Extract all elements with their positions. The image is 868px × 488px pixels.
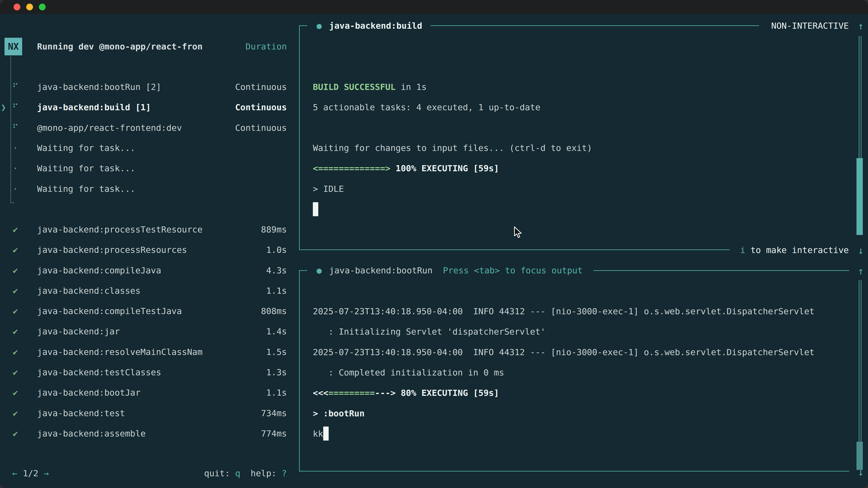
task-label: java-backend:build [1] bbox=[37, 102, 151, 112]
sidebar-item-completed[interactable]: ✔ java-backend:compileTestJava 808ms bbox=[0, 301, 287, 321]
interactive-hint-key: i bbox=[740, 245, 745, 255]
sidebar-item-completed[interactable]: ✔ java-backend:processResources 1.0s bbox=[0, 239, 287, 260]
sidebar-item-bootrun[interactable]: ⠋ java-backend:bootRun [2] Continuous bbox=[0, 76, 287, 97]
task-label: Waiting for task... bbox=[37, 184, 135, 194]
check-icon: ✔ bbox=[10, 408, 20, 418]
interactive-hint-text: to make interactive bbox=[745, 245, 849, 255]
task-duration: 4.3s bbox=[266, 265, 287, 275]
scroll-up-icon[interactable]: ↑ bbox=[856, 20, 866, 32]
task-duration: 1.5s bbox=[266, 347, 287, 357]
sidebar-item-completed[interactable]: ✔ java-backend:test 734ms bbox=[0, 403, 287, 423]
log-line: 2025-07-23T13:40:18.950-04:00 INFO 44312… bbox=[313, 301, 814, 322]
task-label: java-backend:bootJar bbox=[37, 388, 141, 398]
page-prev-arrow[interactable]: ← bbox=[12, 468, 18, 478]
check-icon: ✔ bbox=[10, 367, 20, 377]
check-icon: ✔ bbox=[10, 388, 20, 398]
task-label: java-backend:compileTestJava bbox=[37, 306, 182, 316]
tasks-summary-line: 5 actionable tasks: 4 executed, 1 up-to-… bbox=[313, 97, 540, 118]
build-scrollbar-track[interactable] bbox=[859, 36, 862, 158]
page-next-arrow[interactable]: → bbox=[44, 468, 49, 478]
scroll-down-icon[interactable]: ↓ bbox=[856, 245, 866, 256]
duration-column-header: Duration bbox=[246, 41, 287, 52]
build-panel-left-border bbox=[299, 26, 300, 250]
terminal-cursor bbox=[323, 427, 329, 441]
build-successful-text: BUILD SUCCESSFUL bbox=[313, 82, 396, 92]
progress-open: <<< bbox=[313, 388, 329, 398]
sidebar-item-completed[interactable]: ✔ java-backend:resolveMainClassNam 1.5s bbox=[0, 341, 287, 362]
running-dot-icon: ● bbox=[314, 265, 324, 275]
window-titlebar[interactable] bbox=[0, 0, 868, 14]
task-label: java-backend:resolveMainClassNam bbox=[37, 347, 203, 357]
bootrun-prompt-line: > :bootRun bbox=[313, 403, 365, 424]
build-scrollbar-thumb[interactable] bbox=[857, 158, 863, 235]
mouse-cursor bbox=[514, 226, 523, 239]
close-button[interactable] bbox=[13, 4, 20, 10]
sidebar-item-waiting[interactable]: · Waiting for task... bbox=[0, 138, 287, 158]
build-success-line: BUILD SUCCESSFUL in 1s bbox=[313, 76, 427, 97]
build-panel-corner bbox=[299, 25, 307, 26]
log-line: 2025-07-23T13:40:18.950-04:00 INFO 44312… bbox=[313, 342, 814, 362]
check-icon: ✔ bbox=[10, 265, 20, 275]
bootrun-scrollbar-track[interactable] bbox=[859, 280, 862, 442]
task-duration: 774ms bbox=[261, 429, 287, 438]
sidebar-item-completed[interactable]: ✔ java-backend:assemble 774ms bbox=[0, 423, 287, 444]
task-status: Continuous bbox=[235, 123, 287, 133]
bootrun-panel-corner bbox=[299, 270, 307, 271]
task-label: java-backend:test bbox=[37, 408, 125, 418]
sidebar-item-completed[interactable]: ✔ java-backend:bootJar 1.1s bbox=[0, 382, 287, 403]
sidebar-item-completed[interactable]: ✔ java-backend:jar 1.4s bbox=[0, 321, 287, 341]
sidebar-item-frontend-dev[interactable]: ⠋ @mono-app/react-frontend:dev Continuou… bbox=[0, 118, 287, 138]
pending-bullet-icon: · bbox=[10, 163, 20, 173]
spinner-icon: ⠋ bbox=[10, 102, 20, 112]
log-line: : Completed initialization in 0 ms bbox=[313, 362, 504, 383]
pending-bullet-icon: · bbox=[10, 143, 20, 153]
task-duration: 1.1s bbox=[266, 286, 287, 296]
bootrun-panel-top-border bbox=[593, 270, 849, 271]
bootrun-panel-title: java-backend:bootRun bbox=[329, 265, 433, 275]
build-panel-bottom-border bbox=[299, 250, 730, 250]
task-label: Waiting for task... bbox=[37, 143, 135, 153]
sidebar-item-waiting[interactable]: · Waiting for task... bbox=[0, 158, 287, 178]
task-label: java-backend:testClasses bbox=[37, 367, 161, 377]
progress-tail: ---> bbox=[375, 388, 396, 398]
check-icon: ✔ bbox=[10, 326, 20, 336]
quit-hint-label: quit: bbox=[204, 468, 235, 478]
sidebar-item-waiting[interactable]: · Waiting for task... bbox=[0, 178, 287, 199]
task-duration: 734ms bbox=[261, 408, 287, 418]
sidebar-item-completed[interactable]: ✔ java-backend:compileJava 4.3s bbox=[0, 260, 287, 281]
bootrun-panel-header[interactable]: ● java-backend:bootRun Press <tab> to fo… bbox=[314, 260, 583, 281]
scroll-up-icon[interactable]: ↑ bbox=[856, 265, 866, 277]
progress-bar: <=============> bbox=[313, 163, 391, 173]
nx-logo: NX bbox=[4, 38, 22, 55]
check-icon: ✔ bbox=[10, 347, 20, 357]
pending-bullet-icon: · bbox=[10, 184, 20, 194]
sidebar-item-completed[interactable]: ✔ java-backend:processTestResource 889ms bbox=[0, 219, 287, 240]
run-title: Running dev @mono-app/react-fron bbox=[37, 41, 203, 52]
idle-line: > IDLE bbox=[313, 178, 344, 199]
terminal-window: NX Running dev @mono-app/react-fron Dura… bbox=[0, 0, 868, 488]
task-label: java-backend:compileJava bbox=[37, 265, 161, 275]
task-label: java-backend:processTestResource bbox=[37, 225, 203, 234]
build-panel-title: java-backend:build bbox=[329, 21, 422, 31]
help-hint-label: help: bbox=[240, 468, 282, 478]
check-icon: ✔ bbox=[10, 245, 20, 255]
sidebar-item-build-selected[interactable]: ❯ ⠋ java-backend:build [1] Continuous bbox=[0, 97, 287, 118]
build-panel-header[interactable]: ● java-backend:build bbox=[314, 15, 422, 36]
minimize-button[interactable] bbox=[26, 4, 33, 10]
check-icon: ✔ bbox=[10, 225, 20, 234]
interactive-hint: i to make interactive bbox=[740, 240, 849, 260]
zoom-button[interactable] bbox=[39, 4, 46, 10]
bootrun-scrollbar-thumb[interactable] bbox=[857, 442, 863, 470]
sidebar-item-completed[interactable]: ✔ java-backend:testClasses 1.3s bbox=[0, 362, 287, 383]
gradle-progress-line: <=============> 100% EXECUTING [59s] bbox=[313, 158, 499, 178]
task-duration: 1.1s bbox=[266, 388, 287, 398]
check-icon: ✔ bbox=[10, 286, 20, 296]
bootrun-panel-bottom-border bbox=[299, 471, 849, 471]
sidebar-item-completed[interactable]: ✔ java-backend:classes 1.1s bbox=[0, 281, 287, 301]
quit-key: q bbox=[235, 468, 240, 478]
task-label: java-backend:classes bbox=[37, 286, 141, 296]
gradle-progress-line: <<<=========---> 80% EXECUTING [59s] bbox=[313, 383, 499, 403]
task-label: Waiting for task... bbox=[37, 163, 135, 173]
typed-input-line: kk bbox=[313, 423, 323, 444]
progress-status: 100% EXECUTING [59s] bbox=[391, 163, 499, 173]
